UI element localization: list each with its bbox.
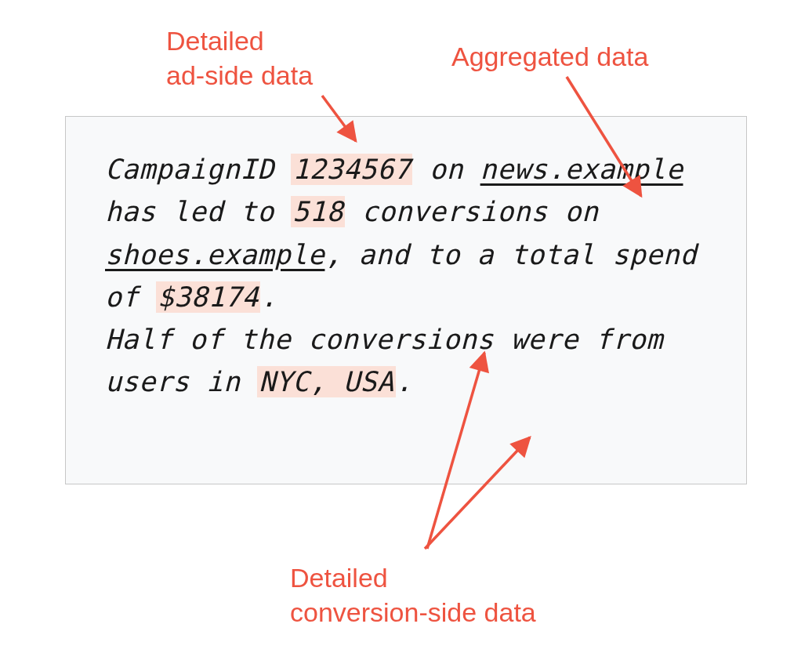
publisher-site: news.example: [480, 154, 683, 185]
example-text: CampaignID 1234567 on news.example has l…: [105, 148, 707, 404]
label-ad-side-l1: Detailed: [166, 26, 264, 56]
txt-2: on: [412, 154, 480, 185]
diagram-stage: Detailed ad-side data Aggregated data De…: [0, 0, 812, 671]
label-conversion-side-l1: Detailed: [290, 563, 388, 593]
txt-3: has led to: [105, 196, 291, 227]
txt-1: CampaignID: [105, 154, 291, 185]
campaign-id: 1234567: [291, 154, 412, 185]
conversion-count: 518: [291, 196, 345, 227]
advertiser-site: shoes.example: [105, 239, 324, 270]
txt-8: .: [396, 366, 413, 397]
txt-6: .: [260, 281, 277, 313]
total-spend: $38174: [156, 281, 260, 313]
label-conversion-side: Detailed conversion-side data: [290, 560, 536, 629]
label-ad-side: Detailed ad-side data: [166, 24, 313, 92]
label-ad-side-l2: ad-side data: [166, 60, 313, 90]
label-conversion-side-l2: conversion-side data: [290, 597, 536, 627]
example-box: CampaignID 1234567 on news.example has l…: [65, 116, 747, 484]
txt-4: conversions on: [345, 196, 599, 227]
label-aggregated: Aggregated data: [451, 39, 648, 74]
user-location: NYC, USA: [257, 366, 396, 397]
